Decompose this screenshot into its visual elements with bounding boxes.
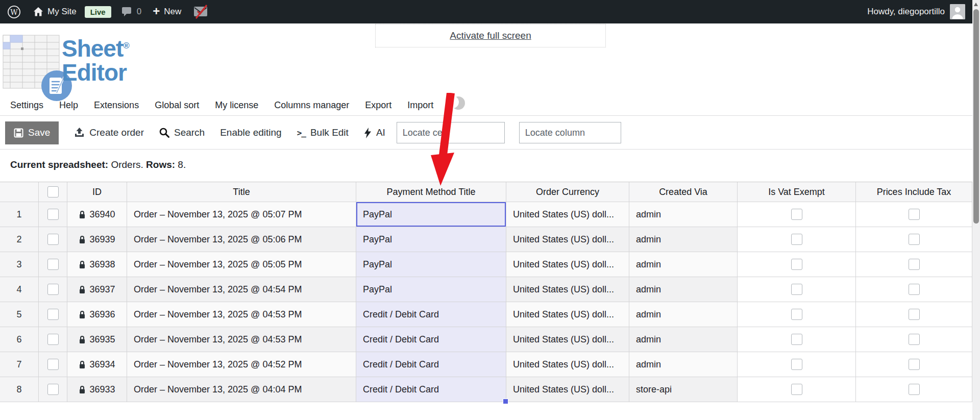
row-checkbox[interactable]: [47, 334, 59, 345]
enable-editing-button[interactable]: Enable editing: [220, 127, 281, 138]
column-header-created[interactable]: Created Via: [629, 182, 738, 202]
column-header-title[interactable]: Title: [127, 182, 356, 202]
ai-button[interactable]: AI: [364, 127, 385, 138]
row-header[interactable]: 8: [0, 377, 39, 402]
select-all-checkbox[interactable]: [47, 186, 59, 197]
currency-cell[interactable]: United States (US) doll...: [506, 277, 629, 302]
menu-item-global-sort[interactable]: Global sort: [155, 100, 199, 111]
row-checkbox[interactable]: [47, 209, 59, 220]
prices-include-tax-checkbox[interactable]: [909, 209, 920, 220]
vat-exempt-checkbox[interactable]: [791, 284, 802, 295]
vat-exempt-checkbox[interactable]: [791, 209, 802, 220]
wordpress-logo-icon[interactable]: W: [7, 5, 21, 19]
id-cell[interactable]: 36935: [67, 327, 127, 352]
payment-cell[interactable]: PayPal: [356, 252, 506, 277]
column-header-tax[interactable]: Prices Include Tax: [856, 182, 972, 202]
created-via-cell[interactable]: admin: [629, 252, 738, 277]
menu-item-settings[interactable]: Settings: [10, 100, 43, 111]
payment-cell[interactable]: Credit / Debit Card: [356, 327, 506, 352]
scroll-up-arrow-icon[interactable]: [974, 3, 978, 6]
created-via-cell[interactable]: admin: [629, 277, 738, 302]
title-cell[interactable]: Order – November 13, 2025 @ 04:53 PM: [127, 327, 356, 352]
created-via-cell[interactable]: admin: [629, 302, 738, 327]
column-header-payment[interactable]: Payment Method Title: [356, 182, 506, 202]
prices-include-tax-checkbox[interactable]: [909, 309, 920, 320]
title-cell[interactable]: Order – November 13, 2025 @ 04:52 PM: [127, 352, 356, 377]
currency-cell[interactable]: United States (US) doll...: [506, 227, 629, 252]
locate-column-input[interactable]: [519, 122, 621, 143]
scrollbar-thumb[interactable]: [973, 9, 979, 224]
payment-cell[interactable]: PayPal: [356, 227, 506, 252]
row-checkbox[interactable]: [47, 309, 59, 320]
created-via-cell[interactable]: admin: [629, 202, 738, 227]
id-cell[interactable]: 36939: [67, 227, 127, 252]
column-header-id[interactable]: ID: [67, 182, 127, 202]
column-header-currency[interactable]: Order Currency: [506, 182, 629, 202]
row-header[interactable]: 5: [0, 302, 39, 327]
currency-cell[interactable]: United States (US) doll...: [506, 377, 629, 402]
search-button[interactable]: Search: [159, 127, 205, 138]
selection-fill-handle[interactable]: [503, 399, 508, 404]
payment-cell[interactable]: Credit / Debit Card: [356, 377, 506, 402]
vat-exempt-checkbox[interactable]: [791, 234, 802, 245]
vat-exempt-checkbox[interactable]: [791, 359, 802, 370]
vat-exempt-checkbox[interactable]: [791, 259, 802, 270]
my-site-link[interactable]: My Site: [33, 7, 77, 17]
prices-include-tax-checkbox[interactable]: [909, 234, 920, 245]
currency-cell[interactable]: United States (US) doll...: [506, 202, 629, 227]
row-checkbox[interactable]: [47, 234, 59, 245]
menu-item-my-license[interactable]: My license: [215, 100, 258, 111]
row-header[interactable]: 2: [0, 227, 39, 252]
currency-cell[interactable]: United States (US) doll...: [506, 327, 629, 352]
save-button[interactable]: Save: [5, 121, 59, 144]
menu-item-import[interactable]: Import: [407, 100, 433, 111]
created-via-cell[interactable]: admin: [629, 352, 738, 377]
payment-cell[interactable]: Credit / Debit Card: [356, 302, 506, 327]
id-cell[interactable]: 36933: [67, 377, 127, 402]
account-menu[interactable]: Howdy, diegoportillo: [867, 4, 965, 19]
created-via-cell[interactable]: admin: [629, 227, 738, 252]
vertical-scrollbar[interactable]: [972, 0, 980, 420]
vat-exempt-checkbox[interactable]: [791, 309, 802, 320]
id-cell[interactable]: 36938: [67, 252, 127, 277]
bulk-edit-button[interactable]: >_ Bulk Edit: [297, 127, 349, 138]
column-header-vat[interactable]: Is Vat Exempt: [738, 182, 856, 202]
row-checkbox[interactable]: [47, 259, 59, 270]
row-header[interactable]: 3: [0, 252, 39, 277]
prices-include-tax-checkbox[interactable]: [909, 334, 920, 345]
currency-cell[interactable]: United States (US) doll...: [506, 252, 629, 277]
payment-cell[interactable]: PayPal: [356, 277, 506, 302]
title-cell[interactable]: Order – November 13, 2025 @ 05:05 PM: [127, 252, 356, 277]
prices-include-tax-checkbox[interactable]: [909, 259, 920, 270]
row-checkbox[interactable]: [47, 359, 59, 370]
corner-header-cell[interactable]: [0, 182, 39, 202]
created-via-cell[interactable]: store-api: [629, 377, 738, 402]
comments-link[interactable]: 0: [121, 7, 141, 17]
row-header[interactable]: 6: [0, 327, 39, 352]
row-header[interactable]: 1: [0, 202, 39, 227]
title-cell[interactable]: Order – November 13, 2025 @ 04:54 PM: [127, 277, 356, 302]
prices-include-tax-checkbox[interactable]: [909, 359, 920, 370]
currency-cell[interactable]: United States (US) doll...: [506, 302, 629, 327]
currency-cell[interactable]: United States (US) doll...: [506, 352, 629, 377]
create-order-button[interactable]: Create order: [74, 127, 144, 138]
payment-cell[interactable]: Credit / Debit Card: [356, 352, 506, 377]
id-cell[interactable]: 36940: [67, 202, 127, 227]
payment-cell-selected[interactable]: PayPal: [356, 202, 506, 227]
menu-item-extensions[interactable]: Extensions: [94, 100, 139, 111]
row-checkbox[interactable]: [47, 384, 59, 395]
row-header[interactable]: 7: [0, 352, 39, 377]
mail-plugin-button[interactable]: [192, 5, 209, 19]
activate-fullscreen-link[interactable]: Activate full screen: [450, 30, 531, 41]
id-cell[interactable]: 36936: [67, 302, 127, 327]
title-cell[interactable]: Order – November 13, 2025 @ 04:04 PM: [127, 377, 356, 402]
prices-include-tax-checkbox[interactable]: [909, 384, 920, 395]
vat-exempt-checkbox[interactable]: [791, 334, 802, 345]
title-cell[interactable]: Order – November 13, 2025 @ 05:07 PM: [127, 202, 356, 227]
title-cell[interactable]: Order – November 13, 2025 @ 05:06 PM: [127, 227, 356, 252]
title-cell[interactable]: Order – November 13, 2025 @ 04:53 PM: [127, 302, 356, 327]
new-button[interactable]: + New: [153, 6, 181, 18]
id-cell[interactable]: 36934: [67, 352, 127, 377]
menu-item-export[interactable]: Export: [365, 100, 391, 111]
row-header[interactable]: 4: [0, 277, 39, 302]
